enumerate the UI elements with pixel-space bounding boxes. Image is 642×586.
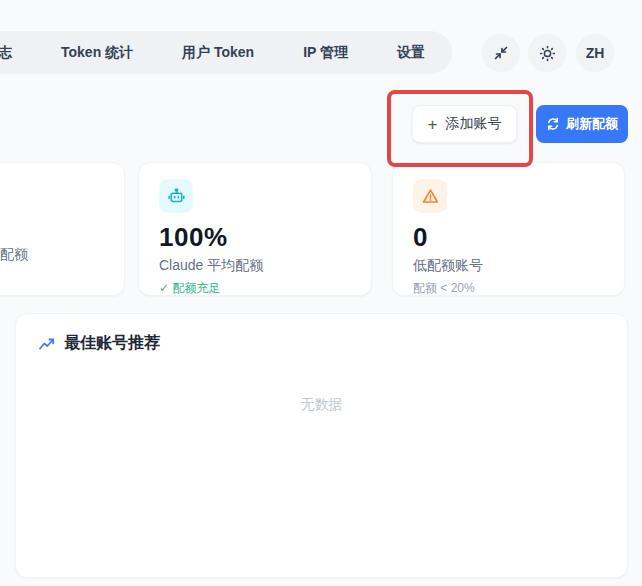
tab-ip-management[interactable]: IP 管理 (303, 44, 348, 62)
tab-token-stats[interactable]: Token 统计 (61, 44, 133, 62)
recommendation-title: 最佳账号推荐 (64, 333, 160, 354)
claude-quota-value: 100% (159, 222, 351, 253)
claude-quota-status-text: 配额充足 (172, 281, 220, 295)
add-account-button[interactable]: + 添加账号 (412, 105, 517, 143)
trend-up-icon (38, 336, 56, 352)
sun-icon (539, 45, 556, 62)
robot-icon (159, 179, 193, 213)
stat-label-partial: 配额 (0, 246, 28, 264)
refresh-icon (546, 117, 560, 131)
low-quota-value: 0 (413, 222, 604, 253)
low-quota-label: 低配额账号 (413, 257, 604, 275)
check-icon: ✓ (159, 281, 169, 295)
claude-quota-status: ✓ 配额充足 (159, 280, 351, 297)
tab-log-partial[interactable]: 志 (0, 44, 12, 62)
empty-state-text: 无数据 (38, 396, 605, 414)
recommendation-card: 最佳账号推荐 无数据 (15, 313, 628, 578)
plus-icon: + (428, 116, 438, 133)
stat-card-left-partial: 配额 (0, 162, 125, 296)
theme-toggle-button[interactable] (528, 34, 566, 72)
low-quota-threshold: 配额 < 20% (413, 280, 604, 297)
compress-arrows-icon (493, 45, 509, 61)
language-label: ZH (586, 45, 605, 61)
add-account-label: 添加账号 (445, 115, 501, 133)
refresh-quota-button[interactable]: 刷新配额 (536, 105, 628, 143)
collapse-button[interactable] (482, 34, 520, 72)
stat-card-claude-quota: 100% Claude 平均配额 ✓ 配额充足 (138, 162, 372, 296)
refresh-quota-label: 刷新配额 (566, 115, 618, 133)
language-button[interactable]: ZH (576, 34, 614, 72)
stat-card-low-quota: 0 低配额账号 配额 < 20% (392, 162, 625, 296)
recommendation-header: 最佳账号推荐 (38, 333, 605, 354)
tab-settings[interactable]: 设置 (397, 44, 425, 62)
warning-icon (413, 179, 447, 213)
tab-user-token[interactable]: 用户 Token (182, 44, 254, 62)
claude-quota-label: Claude 平均配额 (159, 257, 351, 275)
top-nav-bar: 志 Token 统计 用户 Token IP 管理 设置 (0, 31, 452, 74)
